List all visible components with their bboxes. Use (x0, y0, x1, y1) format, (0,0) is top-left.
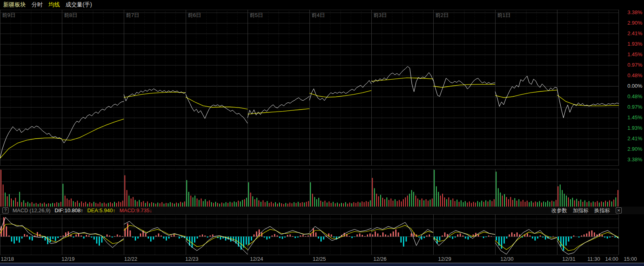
help-icon[interactable]: ? (2, 207, 8, 213)
macd-value: MACD:9.735↓ (119, 207, 152, 213)
indicator-name: MACD (12,26,9) (13, 207, 51, 213)
indicator-actions: 改参数 加指标 换指标 ✕ (551, 207, 622, 214)
trading-app-window: 新疆板块 分时 均线 成交量(手) 前9日前8日前7日前6日前5日前4日前3日前… (0, 0, 644, 266)
change-params-button[interactable]: 改参数 (551, 207, 567, 214)
indicator-values: ? MACD (12,26,9) DIF:10.808↑ DEA:5.940↑ … (0, 207, 152, 213)
switch-indicator-button[interactable]: 换指标 (594, 207, 610, 214)
close-icon[interactable]: ✕ (616, 207, 622, 213)
dif-value: DIF:10.808↑ (55, 207, 83, 213)
macd-arrow-icon: ↓ (150, 207, 153, 213)
window-bottom-strip (0, 263, 644, 266)
dea-value: DEA:5.940↑ (87, 207, 115, 213)
dif-arrow-icon: ↑ (80, 207, 83, 213)
dea-arrow-icon: ↑ (113, 207, 116, 213)
add-indicator-button[interactable]: 加指标 (573, 207, 589, 214)
indicator-param-bar: ? MACD (12,26,9) DIF:10.808↑ DEA:5.940↑ … (0, 207, 644, 214)
chart-canvas[interactable] (0, 0, 644, 266)
